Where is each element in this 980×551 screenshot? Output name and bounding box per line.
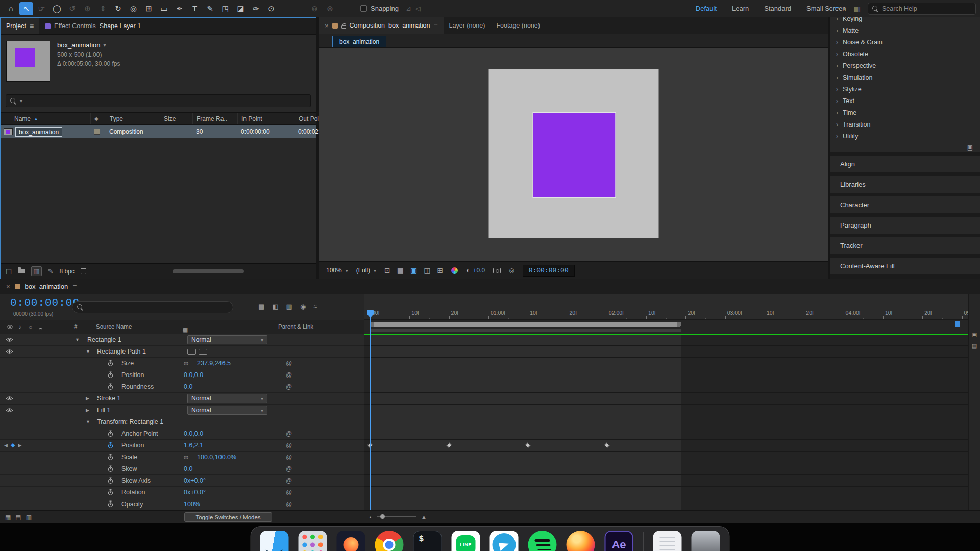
orbit-tool[interactable]: ↺ — [65, 2, 79, 15]
property-label[interactable]: Anchor Point — [121, 430, 158, 437]
property-label[interactable]: Skew Axis — [121, 477, 151, 484]
search-options-icon[interactable]: ▾ — [20, 98, 22, 104]
layer-duration-bar[interactable] — [370, 393, 681, 404]
exposure-control[interactable]: ◐ +0.0 — [466, 267, 485, 274]
spotify-dock-icon[interactable] — [528, 531, 557, 551]
column-type[interactable]: Type — [106, 113, 160, 124]
playhead-line[interactable] — [370, 310, 371, 510]
property-label[interactable]: Scale — [121, 454, 137, 461]
color-depth-button[interactable]: 8 bpc — [60, 268, 75, 275]
stopwatch-icon[interactable] — [108, 454, 113, 461]
workspace-learn[interactable]: Learn — [732, 5, 749, 12]
camera-tool[interactable]: ◎ — [127, 2, 140, 15]
track-row[interactable] — [364, 358, 968, 369]
motion-blur-switch-icon[interactable]: ◉ — [300, 303, 306, 310]
workspace-menu-icon[interactable]: ≡ — [835, 5, 839, 13]
stopwatch-icon[interactable] — [108, 465, 113, 472]
track-row[interactable] — [364, 463, 968, 475]
track-row[interactable] — [364, 475, 968, 487]
local-axis-mode[interactable]: ⊚ — [308, 2, 322, 15]
help-search-box[interactable]: Search Help — [868, 3, 976, 15]
hand-tool[interactable]: ☞ — [35, 2, 48, 15]
track-row[interactable] — [364, 452, 968, 463]
blend-mode-select[interactable]: Normal▾ — [187, 394, 267, 403]
eye-toggle-icon[interactable] — [6, 408, 13, 413]
interpret-footage-icon[interactable]: ▤ — [6, 267, 12, 275]
panel-section-character[interactable]: Character — [830, 196, 980, 213]
layer-row[interactable]: ▶Stroke 1Normal▾ — [0, 393, 364, 405]
composition-viewer[interactable] — [319, 48, 828, 261]
property-label[interactable]: Position — [121, 442, 144, 449]
property-value[interactable]: 0x+0.0° — [184, 477, 206, 484]
workspace-bar-icon[interactable]: ▦ — [854, 5, 861, 13]
panel-section-libraries[interactable]: Libraries — [830, 176, 980, 193]
layer-row[interactable]: Skew0.0@ — [0, 463, 364, 475]
property-value[interactable]: 0.0 — [184, 465, 192, 472]
panel-menu-icon[interactable]: ≡ — [30, 22, 34, 30]
group-label[interactable]: Fill 1 — [97, 407, 110, 414]
track-row[interactable] — [364, 416, 968, 428]
property-value[interactable]: 0.0,0.0 — [184, 430, 203, 437]
audio-icon[interactable]: ♪ — [18, 323, 21, 331]
stopwatch-icon[interactable] — [108, 477, 113, 484]
zoom-out-icon[interactable]: ▲ — [369, 515, 372, 519]
motion-blur-icon[interactable]: ⊘ — [183, 327, 187, 333]
transparency-grid-icon[interactable]: ▦ — [397, 266, 404, 274]
pan-camera-tool[interactable]: ⊕ — [81, 2, 94, 15]
toggle-render-time-icon[interactable]: ▥ — [26, 514, 32, 521]
scrollbar-thumb[interactable] — [173, 269, 244, 273]
group-label[interactable]: Stroke 1 — [97, 395, 121, 402]
track-area[interactable] — [364, 334, 968, 510]
stopwatch-icon[interactable] — [108, 500, 113, 508]
panel-menu-icon[interactable]: ≡ — [433, 21, 437, 30]
line-dock-icon[interactable] — [452, 531, 480, 551]
pick-whip-icon[interactable]: @ — [286, 360, 292, 367]
frame-blending-icon[interactable]: ▥ — [286, 303, 292, 310]
snapshot-icon[interactable] — [493, 268, 501, 273]
snapping-checkbox[interactable] — [360, 5, 367, 12]
property-value[interactable]: 100.0,100.0% — [197, 454, 236, 461]
pan-behind-tool[interactable]: ⊞ — [142, 2, 156, 15]
layer-duration-bar[interactable] — [370, 416, 681, 428]
preview-title-dropdown-icon[interactable]: ▾ — [104, 42, 106, 48]
workspace-standard[interactable]: Standard — [764, 5, 791, 12]
show-snapshot-icon[interactable]: ◎ — [509, 267, 514, 274]
flame-app-dock-icon[interactable] — [337, 531, 365, 551]
layer-row[interactable]: Size∞237.9,246.5@ — [0, 358, 364, 369]
clone-stamp-tool[interactable]: ◳ — [218, 2, 232, 15]
work-area-bar[interactable] — [370, 329, 681, 332]
source-name-column-label[interactable]: Source Name — [96, 323, 132, 330]
property-label[interactable]: Roundness — [121, 383, 154, 390]
eye-toggle-icon[interactable] — [6, 396, 13, 401]
pick-whip-icon[interactable]: @ — [286, 465, 292, 472]
region-of-interest-icon[interactable]: ◫ — [424, 266, 430, 274]
parent-link-column-label[interactable]: Parent & Link — [278, 323, 313, 330]
effect-category-matte[interactable]: ›Matte — [830, 24, 980, 36]
layer-duration-bar[interactable] — [370, 487, 681, 498]
twirl-icon[interactable]: ▼ — [86, 349, 90, 354]
track-row[interactable] — [364, 346, 968, 358]
effect-category-text[interactable]: ›Text — [830, 95, 980, 107]
panel-menu-icon[interactable]: ▣ — [967, 144, 973, 151]
property-label[interactable]: Skew — [121, 465, 137, 472]
eye-toggle-icon[interactable] — [6, 337, 13, 342]
property-value[interactable]: 237.9,246.5 — [197, 360, 231, 367]
zoom-slider[interactable] — [377, 516, 416, 517]
shape-layer-square[interactable] — [533, 113, 615, 197]
effect-category-keying[interactable]: ›Keying — [830, 17, 980, 24]
blend-mode-select[interactable]: Normal▾ — [187, 335, 267, 344]
column-label-color[interactable]: ◆ — [90, 113, 106, 124]
delete-icon[interactable] — [81, 268, 86, 274]
layer-row[interactable]: Position0.0,0.0@ — [0, 369, 364, 381]
toggle-inout-panes-icon[interactable]: ▤ — [15, 514, 21, 521]
home-icon[interactable]: ⌂ — [4, 2, 18, 15]
row-name[interactable]: box_animation — [15, 127, 62, 137]
twirl-icon[interactable]: ▶ — [86, 408, 89, 413]
time-ruler[interactable]: 00f10f20f01:00f10f20f02:00f10f20f03:00f1… — [364, 294, 968, 320]
navigator-end-marker[interactable] — [955, 321, 960, 327]
layer-row[interactable]: ◀◆▶Position1.6,2.1@ — [0, 440, 364, 452]
type-tool[interactable]: T — [188, 2, 202, 15]
pick-whip-icon[interactable]: @ — [286, 477, 292, 484]
tab-project[interactable]: Project ≡ — [1, 18, 39, 34]
effect-category-stylize[interactable]: ›Stylize — [830, 83, 980, 95]
